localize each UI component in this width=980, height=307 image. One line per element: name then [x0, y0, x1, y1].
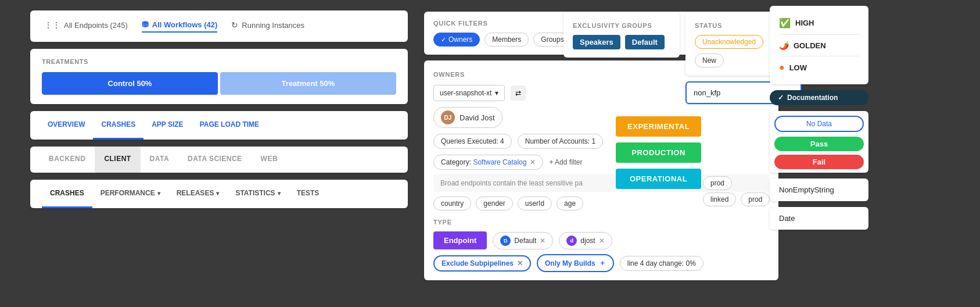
prod-tag-1[interactable]: prod	[703, 176, 732, 190]
bottom-nav-tests[interactable]: TESTS	[289, 180, 328, 208]
treatments-bar: Control 50% Treatment 50%	[42, 72, 396, 95]
owner-tag-david[interactable]: DJ David Jost	[433, 107, 502, 128]
documentation-button[interactable]: ✓ Documentation	[770, 90, 868, 105]
status-label: STATUS	[695, 22, 722, 29]
endpoint-button[interactable]: Endpoint	[433, 231, 487, 249]
type-tag-default[interactable]: D Default ✕	[493, 232, 553, 249]
treatments-label: TREATMENTS	[42, 58, 396, 65]
category-label: Category: Software Catalog	[441, 158, 526, 166]
owner-tag-row: DJ David Jost	[433, 107, 769, 128]
workflows-icon: ⛃	[142, 20, 149, 29]
chevron-down-icon: ▾	[157, 190, 160, 197]
attr-chip-gender[interactable]: gender	[476, 197, 512, 210]
prod-tag-row2: linked prod	[703, 192, 770, 206]
prod-tags-panel: prod linked prod	[703, 177, 770, 206]
prod-tag-prod[interactable]: prod	[741, 192, 770, 206]
bottom-nav-crashes[interactable]: CRASHES	[42, 180, 92, 208]
tab-overview[interactable]: OVERVIEW	[40, 111, 93, 140]
chip-members[interactable]: Members	[484, 33, 529, 47]
tab-crashes[interactable]: CRASHES	[93, 111, 143, 140]
bottom-nav-performance[interactable]: PERFORMANCE ▾	[92, 180, 168, 208]
avatar: DJ	[441, 110, 455, 124]
attr-chip-age[interactable]: age	[557, 197, 583, 210]
bottom-nav-card: CRASHES PERFORMANCE ▾ RELEASES ▾ STATIST…	[30, 180, 408, 208]
sub-nav-card: BACKEND CLIENT DATA DATA SCIENCE WEB	[30, 147, 408, 173]
treatment-treatment[interactable]: Treatment 50%	[220, 72, 396, 95]
chevron-down-icon: ▾	[495, 89, 498, 97]
sub-nav-data-science[interactable]: DATA SCIENCE	[178, 147, 252, 173]
chip-speakers[interactable]: Speakers	[573, 35, 620, 49]
non-empty-string-label: NonEmptyString	[779, 185, 834, 194]
query-row: Queries Executed: 4 Number of Accounts: …	[433, 134, 769, 149]
type-row-2: Exclude Subpipelines ✕ Only My Builds ＋ …	[433, 254, 769, 272]
swap-icon[interactable]: ⇄	[511, 85, 526, 101]
tab-running-instances[interactable]: ↻ Running Instances	[231, 20, 304, 32]
nav-tabs-card: OVERVIEW CRASHES APP SIZE PAGE LOAD TIME	[30, 111, 408, 140]
attr-chip-userid[interactable]: userId	[518, 197, 552, 210]
pass-button[interactable]: Pass	[774, 137, 864, 151]
tab-app-size[interactable]: APP SIZE	[143, 111, 191, 140]
exclusivity-card: EXCLUSIVITY GROUPS Speakers Default	[563, 12, 680, 58]
filter-row: Category: Software Catalog ✕ + Add filte…	[433, 155, 769, 170]
add-filter-button[interactable]: + Add filter	[549, 158, 582, 166]
chili-icon: 🌶️	[779, 41, 789, 50]
operational-button[interactable]: OPERATIONAL	[616, 169, 701, 189]
type-row: Endpoint D Default ✕ d djost ✕	[433, 231, 769, 249]
close-icon[interactable]: ✕	[599, 237, 605, 245]
sub-nav-client[interactable]: CLIENT	[95, 147, 140, 173]
experimental-button[interactable]: EXPERIMENTAL	[616, 116, 701, 137]
close-icon[interactable]: ✕	[540, 237, 545, 245]
orange-circle-icon: ●	[779, 62, 785, 73]
bottom-nav-releases[interactable]: RELEASES ▾	[168, 180, 228, 208]
tab-all-endpoints[interactable]: ⋮⋮ All Endpoints (245)	[44, 20, 128, 32]
left-panel: ⋮⋮ All Endpoints (245) ⛃ All Workflows (…	[30, 10, 408, 208]
dropdown-value: non_kfp	[694, 88, 720, 97]
chip-default[interactable]: Default	[625, 35, 665, 49]
colored-btn-panel: EXPERIMENTAL PRODUCTION OPERATIONAL	[616, 116, 701, 189]
production-button[interactable]: PRODUCTION	[616, 142, 701, 163]
running-icon: ↻	[231, 20, 238, 30]
prod-tag-linked[interactable]: linked	[703, 192, 736, 206]
djost-icon: d	[566, 235, 577, 246]
fail-button[interactable]: Fail	[774, 155, 864, 169]
chip-unacknowledged[interactable]: Unacknowledged	[695, 35, 763, 49]
endpoints-icon: ⋮⋮	[44, 20, 60, 30]
tab-all-workflows[interactable]: ⛃ All Workflows (42)	[142, 20, 217, 33]
doc-icon: ✓	[778, 94, 784, 102]
chevron-down-icon: ▾	[278, 190, 281, 197]
attr-chip-country[interactable]: country	[433, 197, 471, 210]
close-icon[interactable]: ✕	[530, 158, 536, 166]
line-day-change-badge: line 4 day change: 0%	[620, 256, 703, 271]
treatments-card: TREATMENTS Control 50% Treatment 50%	[30, 49, 408, 104]
badge-golden[interactable]: 🌶️ GOLDEN	[779, 37, 859, 53]
chevron-down-icon: ▾	[216, 190, 219, 197]
only-my-builds-button[interactable]: Only My Builds ＋	[537, 254, 614, 272]
category-value: Software Catalog	[473, 158, 526, 166]
badges-panel: ✅ HIGH 🌶️ GOLDEN ● LOW ✓ Documentation N…	[770, 6, 868, 230]
sub-nav-backend[interactable]: BACKEND	[40, 147, 95, 173]
badge-levels-card: ✅ HIGH 🌶️ GOLDEN ● LOW	[770, 6, 868, 84]
badge-low[interactable]: ● LOW	[779, 59, 859, 76]
exclude-subpipelines-button[interactable]: Exclude Subpipelines ✕	[433, 255, 531, 272]
sub-nav-data[interactable]: DATA	[141, 147, 178, 173]
default-icon: D	[500, 235, 511, 246]
no-data-button[interactable]: No Data	[774, 116, 864, 132]
number-of-accounts-badge: Number of Accounts: 1	[518, 134, 603, 149]
control-treatment[interactable]: Control 50%	[42, 72, 218, 95]
bottom-nav-statistics[interactable]: STATISTICS ▾	[227, 180, 288, 208]
non-empty-string-card: NonEmptyString	[770, 179, 868, 201]
category-chip[interactable]: Category: Software Catalog ✕	[433, 155, 543, 170]
chip-owners[interactable]: ✓ Owners	[433, 33, 480, 47]
check-icon: ✓	[441, 36, 446, 44]
exclusivity-chips: Speakers Default	[573, 35, 670, 49]
pass-fail-card: No Data Pass Fail	[770, 111, 868, 173]
tab-page-load-time[interactable]: PAGE LOAD TIME	[192, 111, 267, 140]
sub-nav-web[interactable]: WEB	[252, 147, 287, 173]
type-tag-djost[interactable]: d djost ✕	[559, 232, 612, 249]
owners-label: OWNERS	[433, 71, 465, 78]
badge-high[interactable]: ✅ HIGH	[779, 14, 859, 32]
owner-select-dropdown[interactable]: user-snapshot-xt ▾	[433, 85, 505, 101]
close-icon[interactable]: ✕	[517, 259, 523, 267]
chip-new[interactable]: New	[695, 53, 724, 67]
date-card: Date	[770, 207, 868, 230]
